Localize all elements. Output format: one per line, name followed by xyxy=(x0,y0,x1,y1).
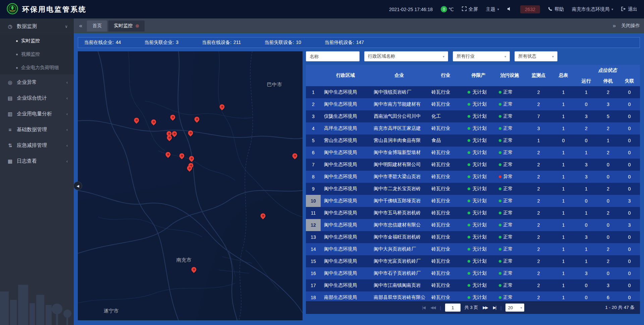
status-filter-select[interactable]: 所有状态 ▾ xyxy=(515,51,557,61)
table-row[interactable]: 17阆中生态环境局阆中市江南镇阆南页岩砖瓦行业无计划正常21030 xyxy=(306,279,640,291)
page-size-select[interactable]: 20 ▾ xyxy=(505,304,524,312)
sidebar-group-electricity-analysis[interactable]: ▥企业用电量分析‹ xyxy=(0,106,74,122)
status-dot-icon xyxy=(468,175,470,178)
table-row[interactable]: 14阆中生态环境局阆中大兴页岩机砖厂砖瓦行业无计划正常21120 xyxy=(306,243,640,255)
map-pin-icon[interactable] xyxy=(220,104,225,109)
sidebar-group-data-monitoring[interactable]: ◷数据监测∨ xyxy=(0,18,74,34)
facility-status-cell: 正常 xyxy=(494,219,526,231)
name-filter-input[interactable] xyxy=(306,51,360,61)
offline-count-cell: 0 xyxy=(619,171,640,183)
monitor-points-cell: 2 xyxy=(526,147,552,159)
tabs-scroll-left-button[interactable]: « xyxy=(78,22,84,29)
speaker-button[interactable] xyxy=(507,7,512,12)
table-row[interactable]: 18南部生态环境局南部县双华页岩砖有限公砖瓦行业无计划正常21060 xyxy=(306,291,640,301)
running-count-cell: 0 xyxy=(575,291,597,301)
row-number-cell: 3 xyxy=(306,110,321,122)
map-panel[interactable]: 巴中市南充市遂宁市 xyxy=(78,51,303,320)
running-count-cell: 1 xyxy=(575,207,597,219)
theme-dropdown[interactable]: 主题 ▾ xyxy=(486,6,499,12)
row-number-cell: 18 xyxy=(306,291,321,301)
table-row[interactable]: 5营山生态环境局营山县润丰肉食品有限食品无计划正常10010 xyxy=(306,134,640,147)
prev-page-button[interactable]: ◀◀ xyxy=(430,305,436,310)
map-pin-icon[interactable] xyxy=(292,153,297,158)
monitor-points-cell: 2 xyxy=(526,98,552,110)
table-row[interactable]: 13阆中生态环境局阆中市金福旺页岩机砖砖瓦行业无计划正常21300 xyxy=(306,231,640,243)
table-row[interactable]: 2阆中生态环境局阆中市南方节能建材有砖瓦行业无计划正常21030 xyxy=(306,98,640,110)
production-status-cell: 无计划 xyxy=(463,231,494,243)
divider: | xyxy=(440,305,441,310)
region-cell: 高坪生态环境局 xyxy=(321,122,370,134)
stat-label: 当前停机设备: xyxy=(325,40,354,46)
monitor-points-cell: 2 xyxy=(526,86,552,98)
org-dropdown[interactable]: 南充市生态环境局 ▾ xyxy=(572,6,613,12)
map-pin-icon[interactable] xyxy=(192,267,197,272)
table-row[interactable]: 7阆中生态环境局阆中明阳建材有限公司砖瓦行业无计划正常21300 xyxy=(306,159,640,171)
sidebar-item-realtime-monitoring[interactable]: 实时监控 xyxy=(0,34,74,48)
industry-filter-select[interactable]: 所有行业 ▾ xyxy=(453,51,510,61)
production-status-cell: 无计划 xyxy=(463,243,494,255)
map-pin-icon[interactable] xyxy=(167,135,172,140)
map-pin-icon[interactable] xyxy=(134,118,139,123)
map-pin-icon[interactable] xyxy=(188,130,193,136)
region-filter-select[interactable]: 行政区域名称 ▾ xyxy=(364,51,448,61)
total-meter-cell: 1 xyxy=(552,147,575,159)
total-meter-cell: 1 xyxy=(552,267,575,279)
sidebar-group-basic-data-management[interactable]: ≡基础数据管理‹ xyxy=(0,122,74,138)
enterprise-cell: 阆中市石子页岩机砖厂 xyxy=(370,267,428,279)
sidebar-group-emergency-reduction[interactable]: ⇅应急减排管理‹ xyxy=(0,138,74,153)
close-tab-icon[interactable]: ⊗ xyxy=(135,23,139,29)
map-pin-icon[interactable] xyxy=(170,115,175,120)
table-row[interactable]: 9阆中生态环境局阆中市二龙长宝页岩砖砖瓦行业无计划正常21120 xyxy=(306,183,640,195)
map-pin-icon[interactable] xyxy=(189,156,194,161)
map-pin-icon[interactable] xyxy=(172,131,177,136)
status-dot-icon xyxy=(468,272,470,275)
tabs-scroll-right-button[interactable]: » xyxy=(611,22,617,29)
close-operations-button[interactable]: 关闭操作 xyxy=(621,23,640,29)
next-page-button[interactable]: ▶▶ xyxy=(482,305,488,310)
col-industry: 行业 xyxy=(428,65,463,86)
sidebar-group-enterprise-statistics[interactable]: ▤企业综合统计‹ xyxy=(0,90,74,106)
table-row[interactable]: 11阆中生态环境局阆中市五马桥页岩机砖砖瓦行业无计划正常21120 xyxy=(306,207,640,219)
row-number-cell: 16 xyxy=(306,267,321,279)
industry-cell: 砖瓦行业 xyxy=(428,86,463,98)
table-row[interactable]: 3仪陇生态环境局西南油气田分公司川中化工无计划正常71350 xyxy=(306,110,640,122)
table-row[interactable]: 4高坪生态环境局南充市高坪区王家店建砖瓦行业无计划正常31220 xyxy=(306,122,640,134)
region-cell: 阆中生态环境局 xyxy=(321,243,370,255)
table-row[interactable]: 10阆中生态环境局阆中千佛镇五郎垭页岩砖瓦行业无计划正常21003 xyxy=(306,195,640,207)
sidebar-item-video-monitoring[interactable]: 视频监控 xyxy=(0,48,74,61)
alert-icon: ◎ xyxy=(7,79,13,86)
table-row[interactable]: 16阆中生态环境局阆中市石子页岩机砖厂砖瓦行业无计划正常21300 xyxy=(306,267,640,279)
last-page-button[interactable]: ▶| xyxy=(492,305,496,310)
total-meter-cell: 1 xyxy=(552,195,575,207)
alarm-count-badge[interactable]: 2632 xyxy=(520,5,540,13)
chevron-down-icon: ∨ xyxy=(65,24,68,29)
status-dot-icon xyxy=(499,163,501,166)
tab-realtime-monitoring[interactable]: 实时监控⊗ xyxy=(108,20,145,32)
map-pin-icon[interactable] xyxy=(179,153,184,158)
tab-label: 实时监控 xyxy=(114,23,132,29)
stopped-count-cell: 0 xyxy=(597,219,619,231)
industry-cell: 砖瓦行业 xyxy=(428,122,463,134)
status-dot-icon xyxy=(468,200,470,202)
table-row[interactable]: 12阆中生态环境局阆中市忠信建材有限公砖瓦行业无计划正常21003 xyxy=(306,219,640,231)
sidebar-group-log-view[interactable]: ▦日志查看‹ xyxy=(0,153,74,169)
table-row[interactable]: 1阆中生态环境局阆中强锐页岩砖厂砖瓦行业无计划正常21120 xyxy=(306,86,640,98)
map-pin-icon[interactable] xyxy=(166,152,171,157)
sidebar-group-enterprise-abnormal[interactable]: ◎企业异常‹ xyxy=(0,74,74,90)
table-row[interactable]: 8阆中生态环境局阆中市枣碧大梁山页岩砖瓦行业无计划异常21300 xyxy=(306,171,640,183)
map-pin-icon[interactable] xyxy=(261,213,266,218)
sidebar-item-power-load-detail[interactable]: 企业电力负荷明细 xyxy=(0,61,74,74)
fullscreen-button[interactable]: 全屏 xyxy=(462,6,478,12)
map-pin-icon[interactable] xyxy=(151,119,156,124)
status-dot-icon xyxy=(468,127,470,130)
logout-button[interactable]: 退出 xyxy=(621,6,637,12)
map-pin-icon[interactable] xyxy=(195,117,200,122)
page-number-input[interactable] xyxy=(445,304,461,312)
first-page-button[interactable]: |◀ xyxy=(422,305,426,310)
map-pin-icon[interactable] xyxy=(187,166,192,171)
tab-home[interactable]: 首页 xyxy=(87,20,107,32)
table-row[interactable]: 6阆中生态环境局阆中市金博瑞新型墙材砖瓦行业无计划正常21120 xyxy=(306,147,640,159)
collapse-map-panel-button[interactable]: ◀ xyxy=(73,181,82,190)
table-row[interactable]: 15阆中生态环境局阆中市光富页岩机砖厂砖瓦行业无计划正常21120 xyxy=(306,255,640,267)
help-button[interactable]: 帮助 xyxy=(548,6,564,12)
